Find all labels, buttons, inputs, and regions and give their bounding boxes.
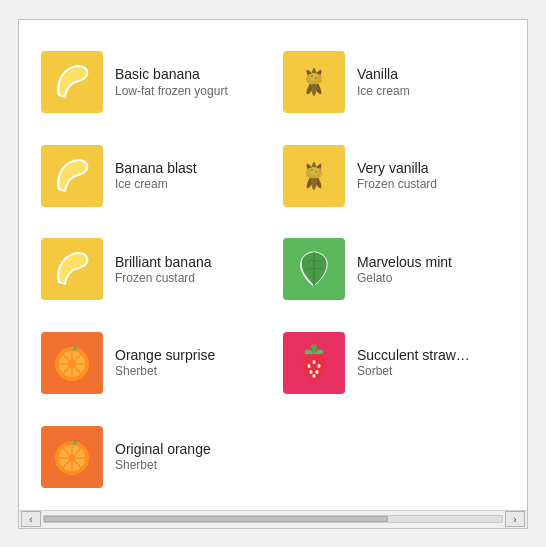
strawberry-icon (283, 332, 345, 394)
banana-icon (41, 238, 103, 300)
svg-point-35 (68, 454, 76, 462)
item-text-banana-blast: Banana blast Ice cream (115, 159, 197, 193)
list-item-very-vanilla[interactable]: Very vanilla Frozen custard (273, 131, 515, 221)
item-name: Very vanilla (357, 159, 437, 177)
item-sub: Sherbet (115, 458, 211, 474)
list-item-marvelous-mint[interactable]: Marvelous mint Gelato (273, 225, 515, 315)
item-name: Succulent straw… (357, 346, 470, 364)
item-name: Marvelous mint (357, 253, 452, 271)
scroll-right-button[interactable]: › (505, 511, 525, 527)
item-sub: Ice cream (357, 84, 410, 100)
list-item-orange-surprise[interactable]: Orange surprise Sherbet (31, 318, 273, 408)
banana-icon (41, 145, 103, 207)
list-item-brilliant-banana[interactable]: Brilliant banana Frozen custard (31, 225, 273, 315)
item-name: Original orange (115, 440, 211, 458)
banana-icon (41, 51, 103, 113)
scrollbar: ‹ › (19, 510, 527, 528)
item-text-succulent-strawberry: Succulent straw… Sorbet (357, 346, 470, 380)
list-item-vanilla[interactable]: Vanilla Ice cream (273, 38, 515, 128)
svg-point-13 (310, 167, 318, 175)
item-name: Orange surprise (115, 346, 215, 364)
list-item-original-orange[interactable]: Original orange Sherbet (31, 412, 273, 502)
scroll-track[interactable] (43, 515, 503, 523)
item-sub: Frozen custard (357, 177, 437, 193)
item-text-very-vanilla: Very vanilla Frozen custard (357, 159, 437, 193)
item-text-original-orange: Original orange Sherbet (115, 440, 211, 474)
item-text-marvelous-mint: Marvelous mint Gelato (357, 253, 452, 287)
mint-icon (283, 238, 345, 300)
item-sub: Ice cream (115, 177, 197, 193)
svg-point-24 (313, 360, 316, 364)
vanilla-icon (283, 51, 345, 113)
scroll-left-button[interactable]: ‹ (21, 511, 41, 527)
item-sub: Gelato (357, 271, 452, 287)
main-container: Basic banana Low-fat frozen yogurt Vanil… (18, 19, 528, 529)
item-sub: Sherbet (115, 364, 215, 380)
item-text-brilliant-banana: Brilliant banana Frozen custard (115, 253, 212, 287)
list-item-basic-banana[interactable]: Basic banana Low-fat frozen yogurt (31, 38, 273, 128)
item-sub: Frozen custard (115, 271, 212, 287)
item-text-basic-banana: Basic banana Low-fat frozen yogurt (115, 65, 228, 99)
list-item-banana-blast[interactable]: Banana blast Ice cream (31, 131, 273, 221)
scroll-thumb[interactable] (44, 516, 388, 522)
orange-icon (41, 332, 103, 394)
item-sub: Low-fat frozen yogurt (115, 84, 228, 100)
vanilla-icon (283, 145, 345, 207)
item-text-vanilla: Vanilla Ice cream (357, 65, 410, 99)
svg-point-5 (310, 73, 318, 81)
item-name: Banana blast (115, 159, 197, 177)
list-item-succulent-strawberry[interactable]: Succulent straw… Sorbet (273, 318, 515, 408)
svg-point-28 (313, 374, 316, 378)
svg-point-15 (315, 171, 317, 173)
orange-icon (41, 426, 103, 488)
item-text-orange-surprise: Orange surprise Sherbet (115, 346, 215, 380)
svg-point-7 (315, 77, 317, 79)
item-sub: Sorbet (357, 364, 470, 380)
item-name: Vanilla (357, 65, 410, 83)
item-name: Basic banana (115, 65, 228, 83)
item-name: Brilliant banana (115, 253, 212, 271)
svg-point-14 (311, 169, 313, 171)
svg-point-6 (311, 75, 313, 77)
svg-point-22 (68, 360, 76, 368)
items-grid: Basic banana Low-fat frozen yogurt Vanil… (19, 20, 527, 510)
